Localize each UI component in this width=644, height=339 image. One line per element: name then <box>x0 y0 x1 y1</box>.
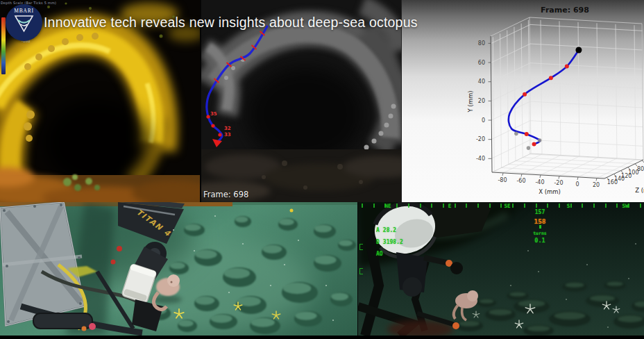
svg-text:0: 0 <box>482 117 485 124</box>
plot-title: Frame: 698 <box>485 6 644 15</box>
svg-text:20: 20 <box>478 98 485 104</box>
svg-text:-40: -40 <box>476 156 485 162</box>
orange-tip <box>452 322 459 329</box>
altitude-readout: A28.2 <box>376 227 396 233</box>
compass-tick <box>420 204 421 208</box>
video-title: Innovative tech reveals new insights abo… <box>44 15 418 31</box>
compass-tick <box>466 204 467 208</box>
rov-hud-scene <box>358 202 644 336</box>
depth-value: 3198.2 <box>383 239 403 245</box>
svg-text:40: 40 <box>478 78 485 85</box>
plot-series <box>509 47 582 150</box>
plot-grid <box>491 20 643 179</box>
svg-text:Z (mm): Z (mm) <box>635 187 644 194</box>
compass-tick <box>431 204 432 208</box>
compass-label: E <box>448 203 452 209</box>
svg-text:35: 35 <box>210 111 217 117</box>
trajectory-3d-plot: -40-20020406080-80-60-40-200201601401201… <box>402 0 644 202</box>
svg-text:0: 0 <box>575 181 579 188</box>
compass-tick <box>477 204 479 208</box>
pink-float <box>89 323 96 330</box>
hud-bracket-icon <box>359 268 363 274</box>
svg-text:-40: -40 <box>535 179 544 185</box>
compass-tick <box>547 204 548 208</box>
compass-tick <box>489 204 491 208</box>
rov-manipulator-scene: TITAN 4 <box>0 202 357 336</box>
arm-centerline-curve <box>509 50 579 144</box>
compass-tick <box>512 204 514 208</box>
altitude-label: A <box>376 227 380 233</box>
rov-hud-camera-panel: NEESESSW 157 158 turns 0.1 A28.2 D3198.2… <box>357 202 644 336</box>
compass-tick <box>582 204 583 208</box>
altitude-value: 28.2 <box>383 227 396 233</box>
svg-text:80: 80 <box>478 40 485 47</box>
compass-tick <box>640 204 641 208</box>
plot-box-edges <box>491 17 643 179</box>
compass-tick <box>570 204 572 208</box>
compass-tick <box>373 204 375 208</box>
compass-label: NE <box>384 203 391 209</box>
svg-text:80: 80 <box>637 166 644 172</box>
frame-counter-label: Frame: 698 <box>203 190 248 199</box>
compass-tick <box>500 204 502 208</box>
mbari-logo: MBARI <box>6 4 42 41</box>
seafloor-rocks <box>455 281 644 336</box>
scan-shadow-cavity <box>45 99 149 185</box>
compass-tick <box>362 204 363 208</box>
svg-text:20: 20 <box>593 182 600 188</box>
compass-tick <box>408 204 409 208</box>
compass-tick <box>396 204 398 208</box>
letterbox-bar <box>0 336 644 339</box>
mbari-triangle-icon <box>6 4 42 41</box>
depth-label: D <box>376 239 380 245</box>
video-frame: Depth Scale (Bar Ticks 5 mm) -180 <box>0 0 644 339</box>
hud-bracket-icon <box>359 244 363 250</box>
svg-text:60: 60 <box>478 60 485 66</box>
compass-tape: NEESESSW <box>358 202 644 212</box>
tracked-arm-spline <box>207 26 267 142</box>
status-readout: AO <box>376 251 383 257</box>
compass-label: SW <box>622 203 628 209</box>
heading-pointer-icon <box>539 225 541 229</box>
svg-text:Y (mm): Y (mm) <box>467 90 474 113</box>
compass-tick <box>616 204 618 208</box>
svg-text:33: 33 <box>224 132 231 138</box>
compass-label: S <box>567 203 570 209</box>
svg-text:32: 32 <box>224 126 231 131</box>
svg-text:X (mm): X (mm) <box>539 188 561 195</box>
compass-tick <box>443 204 444 208</box>
trajectory-plot-panel: Frame: 698 -40-20020406080-80-60-40-2002… <box>401 0 644 202</box>
svg-text:-20: -20 <box>476 136 485 142</box>
rov-manipulator-camera-panel: TITAN 4 <box>0 202 357 336</box>
turns-value: 0.1 <box>529 237 550 244</box>
octopus <box>454 290 478 320</box>
depth-readout: D3198.2 <box>376 239 403 245</box>
compass-tick <box>524 204 525 208</box>
compass-tick <box>536 204 537 208</box>
svg-text:-60: -60 <box>516 178 525 184</box>
camera-ball <box>450 262 463 274</box>
orange-float <box>82 326 87 331</box>
svg-text:-80: -80 <box>498 177 507 183</box>
compass-label: SE <box>504 203 510 209</box>
svg-text:-20: -20 <box>554 180 563 186</box>
compass-tick <box>559 204 560 208</box>
compass-tick <box>605 204 607 208</box>
compass-tick <box>455 204 456 208</box>
heading-target-readout: 158 <box>529 217 550 225</box>
compass-tick <box>593 204 595 208</box>
turns-label: turns <box>529 231 550 236</box>
heading-current-readout: 157 <box>529 209 550 215</box>
